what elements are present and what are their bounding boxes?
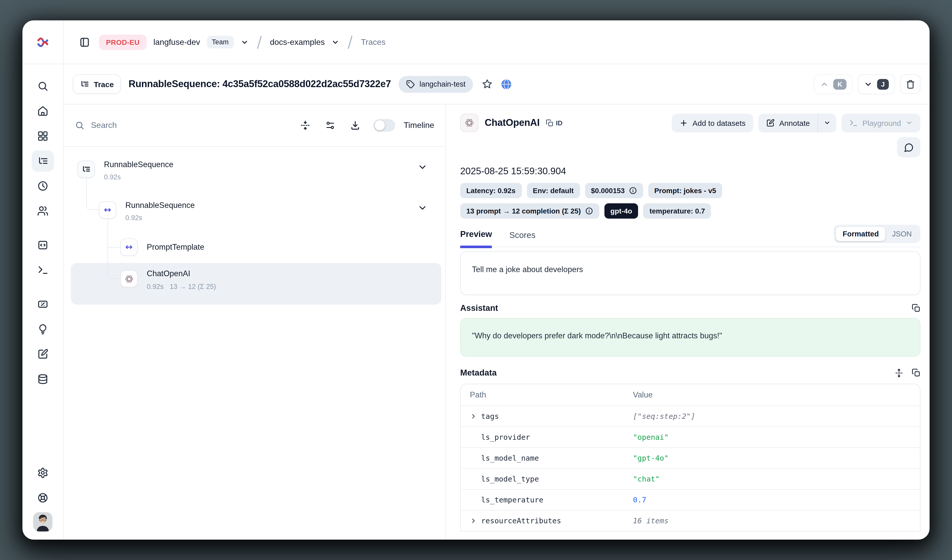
sessions-clock-icon[interactable] bbox=[32, 175, 54, 197]
add-to-datasets-button[interactable]: Add to datasets bbox=[672, 113, 754, 132]
support-lifebuoy-icon[interactable] bbox=[32, 487, 54, 509]
tree-node-prompt-label[interactable]: PromptTemplate bbox=[147, 242, 204, 252]
format-option-json[interactable]: JSON bbox=[886, 227, 918, 241]
delete-trace-button[interactable] bbox=[900, 74, 920, 94]
node-icon-chip[interactable] bbox=[120, 239, 138, 256]
timeline-toggle[interactable] bbox=[374, 119, 395, 131]
table-row[interactable]: resourceAttributes 16 items bbox=[461, 510, 920, 531]
public-globe-icon[interactable] bbox=[501, 78, 512, 90]
list-tree-icon bbox=[80, 80, 89, 89]
annotate-button[interactable]: Annotate bbox=[758, 113, 818, 132]
desktop: PROD-EU langfuse-dev Team docs-examples … bbox=[0, 0, 952, 560]
view-settings-sliders-icon[interactable] bbox=[321, 117, 339, 134]
tree-node-root-duration: 0.92s bbox=[104, 173, 121, 181]
sidebar-toggle-icon[interactable] bbox=[76, 33, 93, 51]
info-icon[interactable] bbox=[585, 207, 593, 215]
table-row: ls_temperature 0.7 bbox=[461, 489, 920, 510]
annotate-dropdown-chevron-icon[interactable] bbox=[818, 114, 836, 131]
trace-type-badge: Trace bbox=[73, 74, 121, 94]
org-dropdown-chevron-icon[interactable] bbox=[240, 38, 249, 46]
breadcrumb-slash-icon bbox=[255, 34, 263, 50]
collapse-node-chevron-icon[interactable] bbox=[417, 162, 428, 172]
prev-observation-button[interactable]: K bbox=[814, 74, 853, 94]
tokens-badge: 13 prompt → 12 completion (Σ 25) bbox=[460, 203, 599, 219]
comments-button[interactable] bbox=[897, 137, 920, 157]
annotate-button-group: Annotate bbox=[758, 113, 836, 132]
tree-node-root-label[interactable]: RunnableSequence bbox=[104, 160, 173, 169]
tab-scores[interactable]: Scores bbox=[509, 230, 536, 247]
cost-badge: $0.000153 bbox=[585, 183, 643, 198]
search-icon bbox=[75, 120, 84, 130]
node-icon-chip[interactable] bbox=[99, 201, 116, 219]
lightbulb-icon[interactable] bbox=[32, 318, 54, 340]
temperature-badge: temperature: 0.7 bbox=[643, 203, 711, 219]
trace-tag[interactable]: langchain-test bbox=[399, 76, 473, 93]
format-toggle: Formatted JSON bbox=[834, 225, 920, 243]
project-name[interactable]: docs-examples bbox=[270, 37, 325, 46]
chain-arrows-icon bbox=[124, 242, 133, 252]
next-observation-button[interactable]: J bbox=[858, 74, 895, 94]
observation-tree: RunnableSequence 0.92s RunnableSequence … bbox=[64, 147, 445, 540]
search-nav-icon[interactable] bbox=[32, 76, 54, 97]
plus-icon bbox=[679, 119, 688, 127]
users-icon[interactable] bbox=[32, 200, 54, 222]
dashboard-icon[interactable] bbox=[32, 125, 54, 147]
env-badge: Env: default bbox=[527, 183, 580, 198]
prompt-badge[interactable]: Prompt: jokes - v5 bbox=[648, 183, 722, 198]
message-bubble-icon bbox=[904, 142, 913, 152]
user-avatar[interactable] bbox=[33, 512, 53, 531]
copy-metadata-icon[interactable] bbox=[912, 369, 920, 377]
expand-row-chevron-icon bbox=[470, 413, 477, 420]
datasets-database-icon[interactable] bbox=[32, 369, 54, 390]
tree-node-chat-stats: 0.92s 13 → 12 (Σ 25) bbox=[147, 283, 216, 290]
download-icon[interactable] bbox=[346, 117, 364, 134]
tree-node-child-label[interactable]: RunnableSequence bbox=[125, 201, 195, 210]
node-icon-chip[interactable] bbox=[120, 270, 138, 287]
playground-terminal-icon[interactable] bbox=[32, 259, 54, 281]
chain-arrows-icon bbox=[103, 205, 112, 214]
format-option-formatted[interactable]: Formatted bbox=[836, 227, 886, 241]
bookmark-star-icon[interactable] bbox=[482, 79, 493, 89]
langfuse-logo-icon[interactable] bbox=[36, 35, 49, 49]
info-icon[interactable] bbox=[629, 187, 637, 194]
org-name[interactable]: langfuse-dev bbox=[153, 37, 200, 46]
collapse-all-icon[interactable] bbox=[297, 117, 314, 134]
search-input[interactable] bbox=[91, 121, 289, 130]
assistant-message-card: "Why do developers prefer dark mode?\n\n… bbox=[460, 318, 920, 357]
metadata-section-label: Metadata bbox=[460, 368, 497, 378]
detail-header: ChatOpenAI ID Add to datasets bbox=[460, 112, 920, 134]
chevron-down-icon bbox=[864, 80, 873, 88]
home-icon[interactable] bbox=[32, 100, 54, 122]
breadcrumb-section[interactable]: Traces bbox=[361, 37, 386, 46]
tree-node-chat-label[interactable]: ChatOpenAI bbox=[147, 269, 190, 278]
breadcrumb: PROD-EU langfuse-dev Team docs-examples … bbox=[64, 20, 930, 64]
list-tree-icon bbox=[82, 165, 91, 174]
metadata-table-header: Path Value bbox=[461, 384, 920, 406]
copy-id-button[interactable]: ID bbox=[546, 119, 563, 127]
observation-title: ChatOpenAI bbox=[485, 117, 540, 128]
settings-gear-icon[interactable] bbox=[32, 462, 54, 484]
tree-node-child-duration: 0.92s bbox=[125, 214, 142, 222]
collapse-node-chevron-icon[interactable] bbox=[417, 203, 428, 213]
evals-card-icon[interactable] bbox=[32, 293, 54, 315]
expand-metadata-icon[interactable] bbox=[895, 368, 904, 377]
table-row[interactable]: tags ["seq:step:2"] bbox=[461, 406, 920, 426]
tracing-nav-icon[interactable] bbox=[32, 150, 54, 172]
app-window: PROD-EU langfuse-dev Team docs-examples … bbox=[22, 20, 930, 540]
expand-row-chevron-icon bbox=[470, 517, 477, 525]
playground-button[interactable]: Playground bbox=[841, 113, 920, 132]
tree-search[interactable] bbox=[75, 120, 289, 130]
metadata-table: Path Value tags ["seq:step:2"] ls_provid… bbox=[460, 384, 920, 531]
openai-logo-icon bbox=[460, 114, 479, 132]
prompts-file-code-icon[interactable] bbox=[32, 234, 54, 256]
node-icon-chip[interactable] bbox=[77, 160, 95, 178]
org-type-chip: Team bbox=[207, 35, 234, 48]
trace-header: Trace RunnableSequence: 4c35a5f52ca0588d… bbox=[64, 64, 930, 105]
copy-output-icon[interactable] bbox=[912, 304, 920, 312]
shortcut-key-k: K bbox=[833, 79, 847, 89]
chat-duration: 0.92s bbox=[147, 283, 164, 290]
project-dropdown-chevron-icon[interactable] bbox=[331, 38, 339, 46]
tab-preview[interactable]: Preview bbox=[460, 229, 492, 248]
trash-icon bbox=[906, 79, 915, 89]
annotation-pen-icon[interactable] bbox=[32, 344, 54, 365]
